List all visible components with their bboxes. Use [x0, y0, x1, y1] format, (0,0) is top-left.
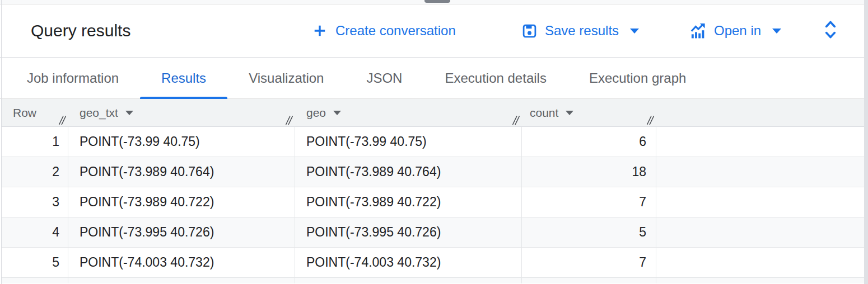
count-cell: 6	[522, 127, 656, 157]
column-header-label: count	[530, 106, 558, 120]
chart-icon	[689, 22, 707, 40]
geo-cell	[295, 278, 522, 283]
geo-cell: POINT(-74.003 40.732)	[295, 248, 522, 277]
empty-cell	[656, 187, 864, 217]
column-resize-handle-icon[interactable]	[646, 115, 655, 125]
tab-results[interactable]: Results	[140, 58, 227, 98]
column-header-label: geo	[306, 106, 326, 120]
unfold-more-icon	[822, 18, 839, 44]
geo-txt-cell: POINT(-73.989 40.764)	[68, 157, 295, 187]
create-conversation-label: Create conversation	[335, 23, 456, 39]
geo-cell: POINT(-73.989 40.764)	[295, 157, 522, 187]
save-results-label: Save results	[545, 23, 619, 39]
tab-job-information[interactable]: Job information	[6, 58, 140, 98]
geo-txt-cell: POINT(-74.003 40.732)	[68, 248, 295, 277]
column-menu-caret-icon[interactable]	[566, 111, 573, 115]
table-row: 2POINT(-73.989 40.764)POINT(-73.989 40.7…	[2, 157, 864, 187]
tab-json[interactable]: JSON	[345, 58, 423, 98]
open-in-button[interactable]: Open in	[689, 4, 781, 57]
panel-drag-handle[interactable]	[424, 0, 450, 3]
table-row: 3POINT(-73.989 40.722)POINT(-73.989 40.7…	[2, 187, 864, 217]
save-icon	[521, 23, 538, 39]
page-title: Query results	[31, 4, 130, 57]
table-body: 1POINT(-73.99 40.75)POINT(-73.99 40.75)6…	[2, 127, 864, 283]
table-row-partial	[2, 278, 864, 283]
column-resize-handle-icon[interactable]	[284, 115, 294, 125]
column-menu-caret-icon[interactable]	[333, 111, 341, 115]
chevron-down-icon	[772, 29, 781, 34]
count-cell: 18	[522, 157, 656, 187]
geo-cell: POINT(-73.989 40.722)	[295, 187, 522, 217]
tab-execution-details[interactable]: Execution details	[423, 58, 567, 98]
count-cell: 7	[522, 248, 656, 277]
tab-visualization[interactable]: Visualization	[227, 58, 345, 98]
column-resize-handle-icon[interactable]	[58, 115, 67, 125]
column-header-geo-txt: geo_txt	[68, 99, 295, 126]
tab-execution-graph[interactable]: Execution graph	[568, 58, 707, 98]
column-menu-caret-icon[interactable]	[125, 111, 133, 115]
table-row: 5POINT(-74.003 40.732)POINT(-74.003 40.7…	[2, 248, 864, 278]
row-number-cell: 2	[2, 157, 68, 187]
tab-label: Job information	[27, 70, 119, 86]
geo-cell: POINT(-73.99 40.75)	[295, 127, 522, 157]
chevron-down-icon	[630, 29, 639, 34]
column-header-empty	[656, 99, 864, 126]
empty-cell	[656, 157, 864, 187]
geo-txt-cell	[68, 278, 295, 283]
geo-txt-cell: POINT(-73.99 40.75)	[68, 127, 295, 157]
column-header-count: count	[522, 99, 656, 126]
count-cell: 7	[522, 187, 656, 217]
save-results-button[interactable]: Save results	[521, 4, 639, 57]
vertical-scrollbar[interactable]	[864, 0, 868, 284]
empty-cell	[656, 217, 864, 247]
expand-results-button[interactable]	[822, 4, 839, 57]
plus-icon	[311, 22, 328, 39]
table-row: 4POINT(-73.995 40.726)POINT(-73.995 40.7…	[2, 217, 864, 248]
row-number-cell: 5	[2, 248, 68, 277]
count-cell: 5	[522, 217, 656, 247]
empty-cell	[656, 248, 864, 277]
empty-cell	[656, 127, 864, 157]
row-number-cell: 4	[2, 217, 68, 247]
tab-label: Execution graph	[589, 70, 686, 86]
column-header-geo: geo	[295, 99, 522, 126]
tab-label: JSON	[366, 70, 402, 86]
query-results-header: Query results Create conversation Save r…	[0, 4, 868, 58]
tab-label: Results	[161, 70, 206, 86]
table-header: Rowgeo_txtgeocount	[2, 99, 864, 127]
count-cell	[522, 278, 656, 283]
open-in-label: Open in	[714, 23, 761, 39]
tab-label: Execution details	[445, 70, 546, 86]
column-header-row: Row	[2, 99, 68, 126]
active-tab-indicator	[140, 97, 227, 99]
geo-txt-cell: POINT(-73.995 40.726)	[68, 217, 295, 247]
row-number-cell: 1	[2, 127, 68, 157]
row-number-cell: 3	[2, 187, 68, 217]
column-resize-handle-icon[interactable]	[511, 115, 521, 125]
table-row: 1POINT(-73.99 40.75)POINT(-73.99 40.75)6	[2, 127, 864, 157]
geo-txt-cell: POINT(-73.989 40.722)	[68, 187, 295, 217]
tab-bar: Job informationResultsVisualizationJSONE…	[0, 58, 868, 99]
geo-cell: POINT(-73.995 40.726)	[295, 217, 522, 247]
column-header-label: geo_txt	[80, 106, 118, 120]
create-conversation-button[interactable]: Create conversation	[311, 4, 456, 57]
empty-cell	[656, 278, 864, 283]
panel-resize-strip	[0, 0, 868, 4]
tab-label: Visualization	[249, 70, 324, 86]
column-header-label: Row	[13, 106, 36, 120]
row-number-cell	[2, 278, 68, 283]
panel-left-border	[1, 0, 2, 284]
